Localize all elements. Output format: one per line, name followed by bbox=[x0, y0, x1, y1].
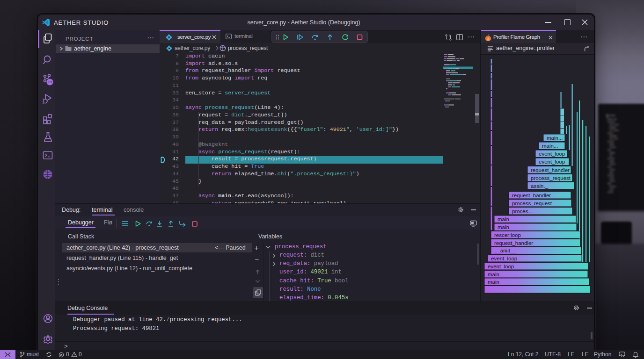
svg-text:process_request: process_request bbox=[512, 201, 552, 206]
svg-text:main: main bbox=[488, 272, 499, 277]
svg-text:proces...: proces... bbox=[512, 208, 533, 214]
svg-text:request_handler: request_handler bbox=[512, 193, 551, 198]
svg-text:main...: main... bbox=[547, 135, 563, 141]
svg-text:main: main bbox=[488, 279, 499, 285]
svg-text:19: 19 bbox=[48, 80, 51, 84]
svg-text:main...: main... bbox=[542, 143, 558, 149]
svg-text:main: main bbox=[498, 224, 509, 230]
svg-text:event_loop: event_loop bbox=[491, 256, 517, 261]
svg-text:request_handler: request_handler bbox=[531, 167, 570, 173]
svg-text:asain._: asain._ bbox=[531, 183, 549, 189]
svg-text:request_handler: request_handler bbox=[494, 240, 533, 246]
svg-text:__aniit__: __aniit__ bbox=[494, 248, 516, 253]
svg-text:main: main bbox=[498, 216, 509, 222]
svg-text:event_loop: event_loop bbox=[539, 159, 565, 165]
svg-text:process_request: process_request bbox=[531, 175, 571, 181]
svg-text:event_loop: event_loop bbox=[539, 151, 565, 157]
svg-text:rescer:loop: rescer:loop bbox=[494, 232, 521, 238]
svg-text:event_loop: event_loop bbox=[488, 264, 514, 269]
